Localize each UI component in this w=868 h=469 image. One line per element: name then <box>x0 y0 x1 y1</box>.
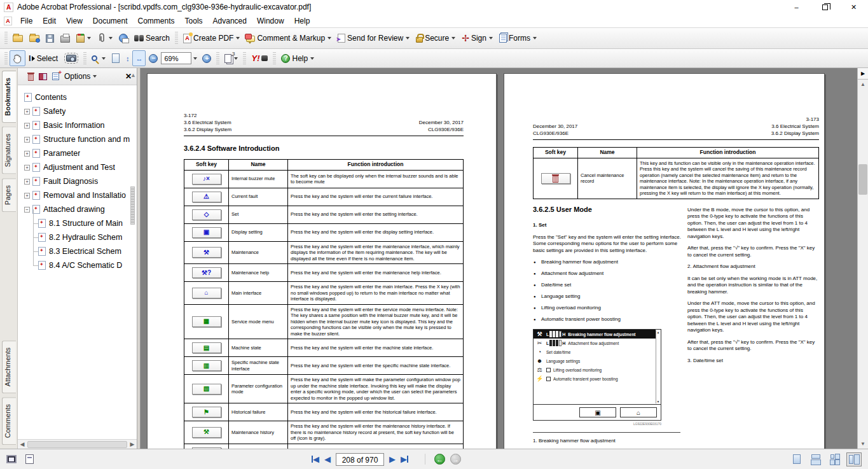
organizer-button[interactable] <box>73 31 94 46</box>
minimize-button[interactable]: – <box>782 0 811 14</box>
continuous-facing-button[interactable] <box>827 452 843 466</box>
comment-markup-button[interactable]: Comment & Markup <box>243 31 334 46</box>
bookmark-item[interactable]: + Removal and Installatio <box>24 188 137 202</box>
email-button[interactable] <box>116 31 131 46</box>
facing-pages-button[interactable] <box>846 452 862 466</box>
scroll-right-icon[interactable]: ▶ <box>128 441 137 447</box>
menu-item[interactable]: Document <box>88 15 133 27</box>
hscrollbar-thumb[interactable] <box>27 441 127 448</box>
menu-item[interactable]: File <box>15 15 38 27</box>
menu-item[interactable]: Comments <box>133 15 180 27</box>
nav-tab[interactable]: Pages <box>2 178 16 212</box>
next-view-button[interactable]: → <box>450 454 461 465</box>
continuous-page-button[interactable] <box>808 452 823 466</box>
expander-icon[interactable]: + <box>24 193 30 199</box>
document-scrollbar[interactable]: ▶ ▲ ▼ <box>857 68 868 449</box>
expander-icon[interactable]: − <box>24 207 30 213</box>
toolbar-grip[interactable] <box>83 52 86 65</box>
open-web-button[interactable] <box>26 31 43 46</box>
zoom-in-button[interactable]: + <box>199 50 214 66</box>
sign-button[interactable]: ✢Sign <box>458 31 496 46</box>
bookmark-item[interactable]: 8.2 Hydraulic Schem <box>24 230 137 244</box>
bookmarks-hscrollbar[interactable]: ◀ ▶ <box>18 439 137 449</box>
hand-tool-button[interactable] <box>10 50 25 66</box>
select-tool-button[interactable]: ISelect <box>25 50 61 66</box>
save-button[interactable] <box>43 31 57 46</box>
single-page-button[interactable] <box>789 452 804 466</box>
fit-page-button[interactable] <box>109 50 123 66</box>
menu-item[interactable]: Edit <box>38 15 61 27</box>
bookmarks-scrollbar[interactable]: ▲ <box>130 72 136 276</box>
delete-bookmark-icon[interactable] <box>28 74 34 81</box>
expander-icon[interactable]: + <box>24 179 30 185</box>
bookmark-item[interactable]: + Safety <box>24 104 137 118</box>
nav-tab[interactable]: Signatures <box>2 127 16 174</box>
toolbar-grip[interactable] <box>243 52 246 65</box>
print-button[interactable] <box>57 31 73 46</box>
close-button[interactable]: ✕ <box>839 0 868 14</box>
menu-item[interactable]: Advanced <box>208 15 252 27</box>
toolbar-grip[interactable] <box>216 52 219 65</box>
fit-width-button[interactable]: ↔ <box>132 50 146 66</box>
help-button[interactable]: ?Help <box>278 50 317 66</box>
fit-height-button[interactable]: ↕ <box>123 50 133 66</box>
expander-icon[interactable]: + <box>24 109 30 115</box>
scroll-down-icon[interactable]: ▼ <box>858 439 868 449</box>
bookmark-item[interactable]: + Parameter <box>24 146 137 160</box>
menu-item[interactable]: Help <box>289 15 315 27</box>
options-menu[interactable]: Options <box>64 72 97 81</box>
nav-tab[interactable]: Attachments <box>2 340 16 393</box>
bookmark-item[interactable]: + Fault Diagnosis <box>24 174 137 188</box>
scrollbar-thumb[interactable] <box>130 186 135 225</box>
bookmark-item[interactable]: 8.3 Electrical Schem <box>24 244 137 258</box>
menu-item[interactable]: Tools <box>180 15 208 27</box>
first-page-button[interactable]: ◀ <box>312 455 319 463</box>
bookmark-item[interactable]: + Basic Information <box>24 118 137 132</box>
scroll-left-icon[interactable]: ◀ <box>18 441 27 447</box>
secure-button[interactable]: Secure <box>413 31 458 46</box>
document-area[interactable]: 3-172 3.6 Electrical SystemDecember 30, … <box>141 68 857 449</box>
previous-page-button[interactable]: ◀ <box>324 455 331 463</box>
yahoo-search-button[interactable]: Y! <box>248 50 271 66</box>
menu-item[interactable]: Window <box>252 15 289 27</box>
toolbar-grip[interactable] <box>273 52 276 65</box>
search-button[interactable]: Search <box>131 31 173 46</box>
create-pdf-button[interactable]: ACreate PDF <box>180 31 243 46</box>
zoom-level-input[interactable] <box>161 52 191 64</box>
bookmark-item[interactable]: 8.1 Structure of Main <box>24 216 137 230</box>
expand-bookmark-icon[interactable] <box>39 73 47 80</box>
bookmark-item[interactable]: − Attached drawing <box>24 202 137 216</box>
restore-button[interactable] <box>811 0 839 14</box>
panel-expand-button[interactable]: ▶ <box>858 68 868 80</box>
scroll-up-icon[interactable]: ▲ <box>858 80 868 89</box>
nav-tab[interactable]: Bookmarks <box>2 71 16 123</box>
toolbar-grip[interactable] <box>4 52 8 65</box>
toolbar-grip[interactable] <box>175 32 178 45</box>
forms-button[interactable]: Forms <box>496 31 540 46</box>
scroll-up-icon[interactable]: ▲ <box>130 72 136 78</box>
zoom-out-button[interactable]: − <box>146 50 161 66</box>
snapshot-button[interactable] <box>61 50 81 66</box>
scrollbar-track[interactable] <box>858 89 868 439</box>
bookmark-item[interactable]: + Structure function and m <box>24 132 137 146</box>
send-for-review-button[interactable]: Send for Review <box>334 31 413 46</box>
last-page-button[interactable]: ▶ <box>401 455 408 463</box>
previous-view-button[interactable]: ← <box>434 454 445 465</box>
bookmark-item[interactable]: 8.4 A/C Schematic D <box>24 258 137 272</box>
toolbar-grip[interactable] <box>4 32 8 45</box>
new-bookmark-icon[interactable] <box>52 73 59 80</box>
page-indicator-input[interactable] <box>336 453 384 466</box>
attach-button[interactable] <box>94 31 116 46</box>
expander-icon[interactable]: + <box>24 151 30 157</box>
zoom-tool-button[interactable] <box>88 50 109 66</box>
bookmark-item[interactable]: + Adjustment and Test <box>24 160 137 174</box>
scrollbar-thumb[interactable] <box>858 164 867 195</box>
zoom-dropdown-icon[interactable] <box>193 57 197 60</box>
menu-item[interactable]: View <box>61 15 88 27</box>
document-status-icon[interactable] <box>25 454 34 464</box>
screen-mode-icon[interactable] <box>6 455 17 463</box>
bookmark-item[interactable]: Contents <box>24 90 137 104</box>
open-button[interactable] <box>10 31 26 46</box>
page-display-button[interactable] <box>221 50 241 66</box>
nav-tab[interactable]: Comments <box>2 397 16 445</box>
